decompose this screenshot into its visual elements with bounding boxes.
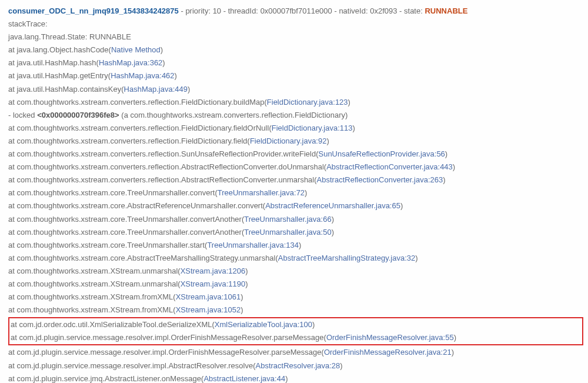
stack-frame: at com.thoughtworks.xstream.converters.r… <box>8 96 580 109</box>
highlighted-stack-frames: at com.jd.order.odc.util.XmlSerializable… <box>8 317 583 345</box>
frame-source-link[interactable]: XStream.java:1206 <box>181 267 246 275</box>
stack-frame: at com.thoughtworks.xstream.core.TreeUnm… <box>8 213 580 226</box>
frame-at: at <box>8 254 16 262</box>
frame-at: at <box>8 228 16 237</box>
stack-frame: at java.lang.Object.hashCode(Native Meth… <box>8 44 580 56</box>
thread-id-value: 0x00007fbf7011e000 <box>260 6 332 15</box>
frame-paren: ) <box>162 58 165 67</box>
frame-source-link[interactable]: AbstractListener.java:44 <box>203 374 285 383</box>
frame-at: at <box>8 124 16 132</box>
frame-at: at <box>8 241 16 249</box>
frame-source-link[interactable]: OrderFinishMessageResolver.java:21 <box>324 348 452 357</box>
stack-frame: at java.util.HashMap.containsKey(HashMap… <box>8 83 580 96</box>
frame-method: com.thoughtworks.xstream.core.AbstractTr… <box>16 254 275 262</box>
frame-source-link[interactable]: FieldDictionary.java:113 <box>272 124 353 132</box>
stack-frame: at com.thoughtworks.xstream.core.TreeUnm… <box>8 186 580 199</box>
frame-method: com.thoughtworks.xstream.converters.refl… <box>16 175 314 184</box>
frame-method: java.lang.Object.hashCode <box>16 45 108 54</box>
frame-at: at <box>8 279 16 288</box>
frame-paren: ) <box>332 215 334 224</box>
frame-paren: ) <box>312 320 315 329</box>
frame-source-link[interactable]: HashMap.java:362 <box>99 58 162 67</box>
frame-source-link[interactable]: XStream.java:1052 <box>176 305 241 314</box>
frame-method: com.thoughtworks.xstream.converters.refl… <box>16 98 264 106</box>
frame-method: com.thoughtworks.xstream.XStream.fromXML <box>16 305 173 314</box>
frame-paren: ) <box>245 267 248 275</box>
frame-source-link[interactable]: AbstractReflectionConverter.java:263 <box>317 175 443 184</box>
stack-frame: at com.jd.plugin.service.message.resolve… <box>8 346 580 359</box>
frame-source-link[interactable]: FieldDictionary.java:123 <box>267 98 348 106</box>
frame-method: com.jd.order.odc.util.XmlSerializableToo… <box>19 320 212 329</box>
frame-at: at <box>8 175 16 184</box>
frame-method: com.thoughtworks.xstream.converters.refl… <box>16 149 316 158</box>
frame-source-link[interactable]: Native Method <box>111 45 161 54</box>
stack-frame: at com.jd.plugin.service.message.resolve… <box>8 359 580 372</box>
frame-source-link[interactable]: AbstractReferenceUnmarshaller.java:65 <box>265 201 400 210</box>
stack-frame: at com.thoughtworks.xstream.converters.r… <box>8 148 580 161</box>
frame-method: com.thoughtworks.xstream.XStream.unmarsh… <box>16 279 178 288</box>
frame-source-link[interactable]: HashMap.java:462 <box>111 71 174 80</box>
frame-paren: ) <box>240 305 243 314</box>
frame-source-link[interactable]: AbstractTreeMarshallingStrategy.java:32 <box>278 254 415 262</box>
stack-frame: at com.thoughtworks.xstream.core.Abstrac… <box>8 252 580 265</box>
frame-source-link[interactable]: OrderFinishMessageResolver.java:55 <box>326 333 454 342</box>
frame-method: com.jd.plugin.service.message.resolver.i… <box>16 348 321 357</box>
stack-frame: at java.util.HashMap.hash(HashMap.java:3… <box>8 56 580 69</box>
stack-frame: at com.thoughtworks.xstream.converters.r… <box>8 122 580 135</box>
stack-frames-block-3: at com.jd.plugin.service.message.resolve… <box>8 346 580 383</box>
frame-paren: ) <box>240 292 243 301</box>
frame-paren: ) <box>348 98 350 106</box>
stack-frame: at com.thoughtworks.xstream.XStream.from… <box>8 291 580 304</box>
frame-source-link[interactable]: AbstractResolver.java:28 <box>256 361 340 370</box>
frame-method: com.thoughtworks.xstream.core.TreeUnmars… <box>16 241 205 249</box>
frame-at: at <box>8 188 16 197</box>
frame-at: at <box>8 136 16 145</box>
frame-source-link[interactable]: AbstractReflectionConverter.java:443 <box>326 162 453 171</box>
frame-source-link[interactable]: XStream.java:1061 <box>176 292 241 301</box>
thread-state-line: java.lang.Thread.State: RUNNABLE <box>8 31 580 44</box>
frame-paren: ) <box>326 136 329 145</box>
frame-method: com.jd.plugin.service.message.resolver.i… <box>19 333 323 342</box>
frame-at: at <box>8 85 16 94</box>
frame-paren: ) <box>305 188 307 197</box>
frame-at: at <box>8 149 16 158</box>
frame-paren: ) <box>245 279 248 288</box>
frame-paren: ) <box>453 162 455 171</box>
frame-at: at <box>8 374 16 383</box>
frame-method: com.thoughtworks.xstream.core.TreeUnmars… <box>16 188 215 197</box>
frame-source-link[interactable]: TreeUnmarshaller.java:66 <box>244 215 331 224</box>
frame-paren: ) <box>332 228 334 237</box>
stack-frame: at com.jd.order.odc.util.XmlSerializable… <box>11 318 581 331</box>
stack-frame: at com.thoughtworks.xstream.converters.r… <box>8 161 580 174</box>
stack-frame: at com.thoughtworks.xstream.XStream.unma… <box>8 265 580 278</box>
frame-paren: ) <box>299 241 301 249</box>
frame-at: at <box>11 320 19 329</box>
frame-source-link[interactable]: HashMap.java:449 <box>124 85 188 94</box>
stack-frame: at java.util.HashMap.getEntry(HashMap.ja… <box>8 69 580 82</box>
frame-source-link[interactable]: TreeUnmarshaller.java:50 <box>244 228 331 237</box>
frame-at: at <box>8 201 16 210</box>
locked-prefix: - locked <box>8 111 37 119</box>
frame-source-link[interactable]: TreeUnmarshaller.java:134 <box>207 241 299 249</box>
frame-source-link[interactable]: SunUnsafeReflectionProvider.java:56 <box>318 149 445 158</box>
frame-paren: ) <box>340 361 342 370</box>
frame-method: java.util.HashMap.hash <box>16 58 96 67</box>
frame-source-link[interactable]: FieldDictionary.java:92 <box>250 136 327 145</box>
frame-at: at <box>8 58 16 67</box>
locked-class: (a com.thoughtworks.xstream.converters.r… <box>121 111 348 119</box>
frame-paren: ) <box>400 201 403 210</box>
frame-method: java.util.HashMap.containsKey <box>16 85 121 94</box>
frame-at: at <box>8 162 16 171</box>
frame-source-link[interactable]: XStream.java:1190 <box>181 279 246 288</box>
frame-method: com.thoughtworks.xstream.converters.refl… <box>16 162 323 171</box>
stack-frame: at com.jd.plugin.service.message.resolve… <box>11 331 581 344</box>
frame-at: at <box>11 333 19 342</box>
thread-id-label: threadId: <box>228 6 258 15</box>
stack-trace-label: stackTrace: <box>8 18 580 31</box>
frame-method: com.thoughtworks.xstream.converters.refl… <box>16 136 247 145</box>
priority-label: priority: <box>185 6 211 15</box>
frame-at: at <box>8 348 16 357</box>
frame-at: at <box>8 267 16 275</box>
frame-source-link[interactable]: TreeUnmarshaller.java:72 <box>218 188 305 197</box>
frame-source-link[interactable]: XmlSerializableTool.java:100 <box>215 320 312 329</box>
